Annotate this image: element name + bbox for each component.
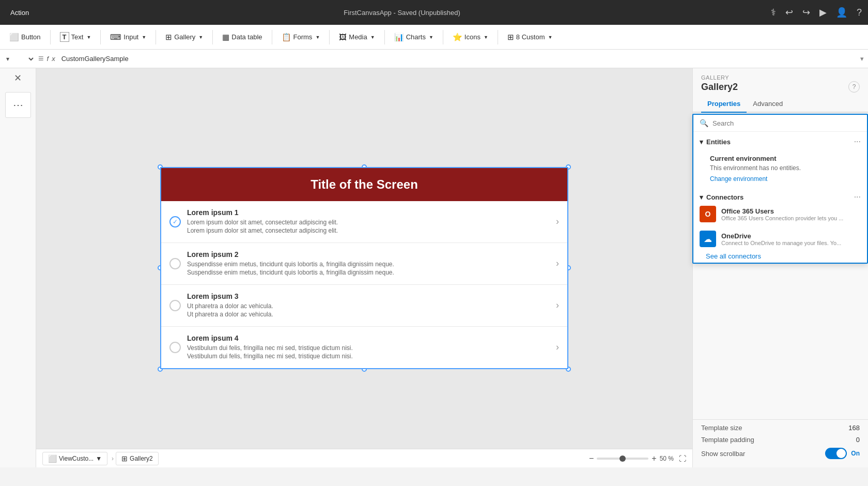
divider3 <box>156 30 156 44</box>
charts-tool[interactable]: 📊 Charts ▼ <box>389 31 439 44</box>
screen-tab-label: ViewCusto... <box>59 455 94 462</box>
input-tool[interactable]: ⌨ Input ▼ <box>105 31 151 44</box>
formula-fx-icon: f <box>47 55 49 63</box>
item-title-3: Lorem ipsum 3 <box>187 292 556 300</box>
text-tool[interactable]: T Text ▼ <box>55 30 97 44</box>
custom-tool[interactable]: ⊞ 8 Custom ▼ <box>502 31 558 44</box>
connectors-chevron: ▾ <box>700 193 703 201</box>
gallery-item[interactable]: ✓ Lorem ipsum 1 Lorem ipsum dolor sit am… <box>161 201 567 243</box>
zoom-controls: − + 50 % ⛶ <box>589 454 686 463</box>
gallery-tab-label: Gallery2 <box>130 455 153 462</box>
gallery-icon: ⊞ <box>165 33 172 42</box>
gallery-tool[interactable]: ⊞ Gallery ▼ <box>160 31 208 44</box>
screen-tab-caret: ▼ <box>96 455 102 462</box>
screen-tab-icon: ⬜ <box>48 454 57 463</box>
item-text1-1: Lorem ipsum dolor sit amet, consectetur … <box>187 219 556 226</box>
connectors-more[interactable]: ··· <box>854 192 861 202</box>
media-tool[interactable]: 🖼 Media ▼ <box>334 31 380 43</box>
item-arrow-1: › <box>556 216 559 227</box>
custom-caret: ▼ <box>548 35 553 40</box>
media-caret: ▼ <box>370 35 375 40</box>
show-scrollbar-toggle[interactable] <box>825 448 847 459</box>
zoom-minus-button[interactable]: − <box>589 454 594 463</box>
entities-more[interactable]: ··· <box>854 137 861 146</box>
zoom-slider[interactable] <box>597 458 648 460</box>
item-check-4[interactable] <box>169 342 181 353</box>
media-icon: 🖼 <box>339 33 347 41</box>
tab-advanced[interactable]: Advanced <box>747 96 789 113</box>
icons-tool[interactable]: ⭐ Icons ▼ <box>447 31 493 44</box>
template-padding-value[interactable]: 0 <box>856 436 860 444</box>
undo-icon[interactable]: ↩ <box>785 7 793 18</box>
template-size-value[interactable]: 168 <box>848 424 860 432</box>
gallery-title: Title of the Screen <box>161 168 567 201</box>
left-sidebar: ✕ ⋯ <box>0 68 36 467</box>
show-scrollbar-toggle-container: On <box>825 448 860 459</box>
panel-help-icon[interactable]: ? <box>848 81 860 93</box>
toolbar: ⬜ Button T Text ▼ ⌨ Input ▼ ⊞ Gallery ▼ … <box>0 25 868 50</box>
zoom-thumb[interactable] <box>619 455 626 462</box>
redo-icon[interactable]: ↪ <box>802 7 810 18</box>
entities-section: ▾ Entities ··· Current environment This … <box>693 132 867 187</box>
search-input[interactable] <box>712 119 861 127</box>
datatable-tool[interactable]: ▦ Data table <box>217 31 267 44</box>
main-layout: ✕ ⋯ Title of the Screen ✓ Lorem <box>0 68 868 467</box>
gallery-tab[interactable]: ⊞ Gallery2 <box>116 452 159 465</box>
item-arrow-3: › <box>556 300 559 311</box>
change-env-link[interactable]: Change environment <box>710 175 767 183</box>
o365-name: Office 365 Users <box>721 207 861 215</box>
divider1 <box>50 30 51 44</box>
panel-bottom: Template size 168 Template padding 0 Sho… <box>693 419 868 467</box>
item-text2-3: Ut pharetra a dolor ac vehicula. <box>187 311 556 318</box>
entities-header[interactable]: ▾ Entities ··· <box>700 137 861 146</box>
entities-content: Current environment This environment has… <box>700 146 861 185</box>
divider2 <box>100 30 101 44</box>
item-check-2[interactable] <box>169 258 181 269</box>
template-padding-row: Template padding 0 <box>701 436 860 444</box>
toggle-thumb <box>836 449 846 458</box>
forms-tool[interactable]: 📋 Forms ▼ <box>276 31 326 44</box>
connector-o365[interactable]: O Office 365 Users Office 365 Users Conn… <box>700 202 861 226</box>
user-icon[interactable]: 👤 <box>836 7 847 18</box>
screen-tab[interactable]: ⬜ ViewCusto... ▼ <box>42 452 107 465</box>
template-size-row: Template size 168 <box>701 424 860 432</box>
formula-dropdown[interactable]: ▾ <box>4 55 35 63</box>
gallery-item[interactable]: Lorem ipsum 2 Suspendisse enim metus, ti… <box>161 243 567 285</box>
panel-toggle-button[interactable]: ⋯ <box>5 92 31 118</box>
play-icon[interactable]: ▶ <box>819 7 827 18</box>
fullscreen-button[interactable]: ⛶ <box>679 454 686 463</box>
input-caret: ▼ <box>142 35 146 40</box>
help-icon[interactable]: ? <box>857 7 862 18</box>
onedrive-icon: ☁ <box>700 231 716 247</box>
onedrive-desc: Connect to OneDrive to manage your files… <box>721 240 845 246</box>
close-panel-button[interactable]: ✕ <box>14 72 22 84</box>
formula-separator: ≡ <box>38 53 44 64</box>
entities-title: ▾ Entities <box>700 138 731 146</box>
onedrive-name: OneDrive <box>721 232 861 240</box>
panel-body: Data source None ▼ 🔍 ▾ Entities <box>693 113 868 419</box>
item-check-1[interactable]: ✓ <box>169 216 181 227</box>
connectors-header[interactable]: ▾ Connectors ··· <box>700 192 861 202</box>
zoom-plus-button[interactable]: + <box>652 454 656 463</box>
gallery-tab-icon: ⊞ <box>121 454 128 463</box>
codesign-icon[interactable]: ⚕ <box>771 7 776 18</box>
divider6 <box>329 30 330 44</box>
icons-caret: ▼ <box>484 35 488 40</box>
action-label[interactable]: Action <box>6 9 33 17</box>
item-content-2: Lorem ipsum 2 Suspendisse enim metus, ti… <box>187 250 556 277</box>
button-tool[interactable]: ⬜ Button <box>4 31 46 44</box>
gallery-item[interactable]: Lorem ipsum 3 Ut pharetra a dolor ac veh… <box>161 285 567 327</box>
entities-chevron: ▾ <box>700 138 703 146</box>
datasource-dropdown: 🔍 ▾ Entities ··· Current environment Thi… <box>693 114 868 264</box>
item-text2-1: Lorem ipsum dolor sit amet, consectetur … <box>187 227 556 234</box>
formula-expand[interactable]: ▾ <box>860 55 864 63</box>
connectors-section: ▾ Connectors ··· O Office 365 Users Offi… <box>693 187 867 263</box>
divider8 <box>443 30 443 44</box>
tab-properties[interactable]: Properties <box>701 96 747 113</box>
current-env-title: Current environment <box>710 155 861 162</box>
item-check-3[interactable] <box>169 300 181 311</box>
right-panel: GALLERY Gallery2 ? Properties Advanced D… <box>692 68 868 467</box>
see-all-connectors-link[interactable]: See all connectors <box>700 247 767 265</box>
gallery-item[interactable]: Lorem ipsum 4 Vestibulum dui felis, frin… <box>161 327 567 368</box>
panel-header: GALLERY Gallery2 ? <box>693 68 868 96</box>
